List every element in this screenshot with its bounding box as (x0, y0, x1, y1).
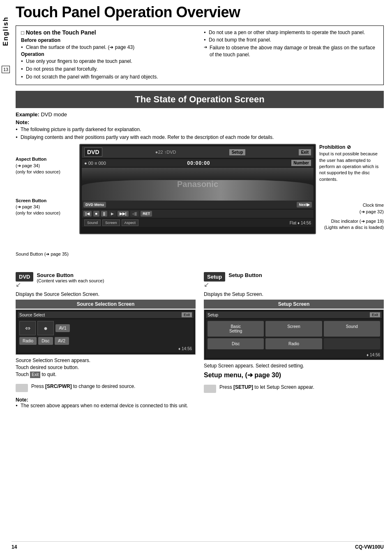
footer: 14 CQ-VW100U (12, 541, 384, 550)
thumb-av2-btn[interactable]: AV2 (55, 337, 69, 345)
dvd-menu-btn[interactable]: DVD Menu (83, 202, 106, 208)
screen-btn[interactable]: Screen (102, 219, 120, 226)
sound-button-label-block: Sound Button (➔ page 35) (16, 251, 76, 257)
thumb-disc-btn[interactable]: Disc (38, 337, 53, 345)
screen-bottom: Sound Screen Aspect Flat ♦ 14:56 (82, 219, 314, 227)
dvd-screen: DVD ●22 ↑DVD Setup Exit ● 00 ≡ 000 00:00… (79, 144, 316, 234)
clock-time-text: Clock time (319, 202, 384, 208)
source-select-label: Source Select (19, 313, 45, 317)
note-section: Note: The following picture is partly da… (16, 119, 384, 141)
screen-image-area: Panasonic (82, 168, 314, 201)
screen-second-bar: ● 00 ≡ 000 00:00:00 Number (82, 159, 314, 167)
dvd-screen-wrapper: DVD ●22 ↑DVD Setup Exit ● 00 ≡ 000 00:00… (79, 144, 316, 267)
notes-left: □ Notes on the Touch Panel Before operat… (21, 29, 196, 81)
ff-btn[interactable]: ▶▶| (118, 211, 129, 217)
setup-screen-thumb: Setup Exit BasicSetting Screen Sound Dis… (204, 309, 384, 360)
screen-left-labels: Aspect Button (➔ page 34) (only for vide… (16, 144, 79, 267)
screen-controls: |◀ ■ || ▶ ▶▶| ◁|| RET (82, 210, 314, 218)
aspect-btn[interactable]: Aspect (122, 219, 139, 226)
bottom-right: Setup ↙ Setup Button Displays the Setup … (204, 272, 384, 409)
notes-op-item-2: Do not press the panel forcefully. (26, 66, 196, 73)
notes-right-item-1: Do not use a pen or other sharp implemen… (209, 29, 378, 36)
notes-before-item-1: Clean the surface of the touch panel. (➔… (26, 44, 196, 51)
thumb-row-1: ⇔ ● AV1 (19, 321, 192, 335)
aspect-button-title: Aspect Button (16, 156, 76, 162)
pause-btn[interactable]: || (101, 211, 107, 217)
thumb-av1-btn[interactable]: AV1 (55, 324, 70, 332)
setup-basic-btn[interactable]: BasicSetting (208, 321, 264, 337)
thumb-row-2: Radio Disc AV2 (19, 337, 192, 345)
note-title: Note: (16, 119, 384, 125)
notes-right: Do not use a pen or other sharp implemen… (204, 29, 378, 81)
thumb-exit-btn-setup[interactable]: Exit (370, 312, 380, 317)
prohibition-text: Input is not possible because the user h… (319, 151, 384, 182)
sound-btn[interactable]: Sound (84, 219, 101, 226)
notes-title: □ Notes on the Touch Panel (21, 29, 196, 36)
source-selection-screen-thumb: Source Select Exit ⇔ ● AV1 Radio (16, 309, 196, 355)
next-btn[interactable]: Next▶ (297, 202, 312, 208)
displays-source-text: Displays the Source Selection Screen. (16, 291, 196, 297)
cursor-icon-setup: ↙ (204, 282, 225, 288)
screen-setup-btn[interactable]: Setup (229, 149, 246, 155)
sidebar: English 13 (0, 0, 12, 554)
thumb-icon-disc: ● (37, 321, 54, 335)
screen-exit-btn[interactable]: Exit (299, 149, 311, 155)
flat-time: Flat ♦ 14:56 (290, 221, 311, 225)
thumb-top-bar-setup: Setup Exit (206, 312, 382, 318)
rew-btn[interactable]: |◀ (83, 211, 92, 217)
bottom-left: DVD ↙ Source Button (Content varies with… (16, 272, 196, 409)
thumb-content-source: ⇔ ● AV1 Radio Disc AV2 ♦ 14:56 (18, 319, 194, 353)
slow-btn[interactable]: ◁|| (130, 211, 139, 217)
appears-setup-text: Setup Screen appears. Select desired set… (204, 362, 384, 369)
aspect-button-label: Aspect Button (➔ page 34) (only for vide… (16, 156, 76, 175)
screen-right-info: Prohibition ⊘ Input is not possible beca… (316, 144, 384, 267)
setup-sound-btn[interactable]: Sound (324, 321, 380, 337)
sound-button-label: Sound Button (➔ page 35) (16, 251, 76, 257)
setup-badge-wrapper: Setup ↙ (204, 272, 225, 288)
clock-time-note: Clock time (➔ page 32) (319, 202, 384, 215)
source-button-title: Source Button (37, 272, 104, 278)
clock-time-ref: (➔ page 32) (319, 209, 384, 215)
screen-car-bg: Panasonic (82, 168, 314, 201)
touch-exit-label[interactable]: Exit (30, 372, 40, 378)
displays-setup-text: Displays the Setup Screen. (204, 291, 384, 297)
sidebar-page-number: 13 (2, 66, 10, 73)
bottom-section: DVD ↙ Source Button (Content varies with… (16, 272, 384, 409)
before-op-title: Before operation (21, 37, 196, 43)
play-btn[interactable]: ▶ (109, 211, 116, 217)
section-header: The State of Operation Screen (16, 91, 384, 108)
press-setup-text: Press [SETUP] to let Setup Screen appear… (219, 384, 314, 391)
setup-screen-btn[interactable]: Screen (265, 321, 322, 337)
notes-op-item-1: Use only your fingers to operate the tou… (26, 58, 196, 65)
setup-button-title: Setup Button (228, 272, 262, 278)
setup-radio-btn[interactable]: Radio (265, 338, 322, 349)
thumb-time-setup: ♦ 14:56 (206, 351, 382, 358)
source-button-desc: Source Button (Content varies with each … (37, 272, 104, 283)
setup-screen-label: Setup Screen (204, 300, 384, 309)
note-bottom-item: The screen above appears when no externa… (21, 403, 196, 409)
main-content: Touch Panel Operation Overview □ Notes o… (12, 0, 392, 417)
dvd-badge: DVD (16, 272, 33, 282)
screen-overlay-text: Panasonic (177, 180, 218, 189)
disc-indicator-sub: (Lights when a disc is loaded) (319, 224, 384, 231)
screen-top-bar: DVD ●22 ↑DVD Setup Exit (82, 146, 314, 158)
source-button-sub: (Content varies with each source) (37, 278, 104, 283)
screen-number-btn[interactable]: Number (291, 160, 311, 166)
prohibition-title: Prohibition ⊘ (319, 144, 384, 151)
ret-btn[interactable]: RET (141, 211, 152, 217)
press-src-icon (16, 384, 28, 392)
press-src-text: Press [SRC/PWR] to change to desired sou… (31, 383, 135, 390)
dvd-screen-section: Aspect Button (➔ page 34) (only for vide… (16, 144, 384, 267)
stop-btn[interactable]: ■ (93, 211, 99, 217)
notes-right-item-2: Do not bump the front panel. (209, 37, 378, 44)
screen-button-title: Screen Button (16, 198, 76, 204)
setup-disc-btn[interactable]: Disc (208, 338, 264, 349)
screen-dvd-label: DVD (84, 148, 102, 157)
disc-indicator-text: Disc indicator (➔ page 19) (319, 218, 384, 224)
note-bottom-title: Note: (16, 397, 196, 403)
notes-op-item-3: Do not scratch the panel with fingernail… (26, 74, 196, 81)
thumb-time-source: ♦ 14:56 (19, 346, 192, 351)
cursor-icon-source: ↙ (16, 282, 33, 288)
thumb-radio-btn[interactable]: Radio (19, 337, 37, 345)
thumb-exit-btn-source[interactable]: Exit (182, 312, 192, 317)
